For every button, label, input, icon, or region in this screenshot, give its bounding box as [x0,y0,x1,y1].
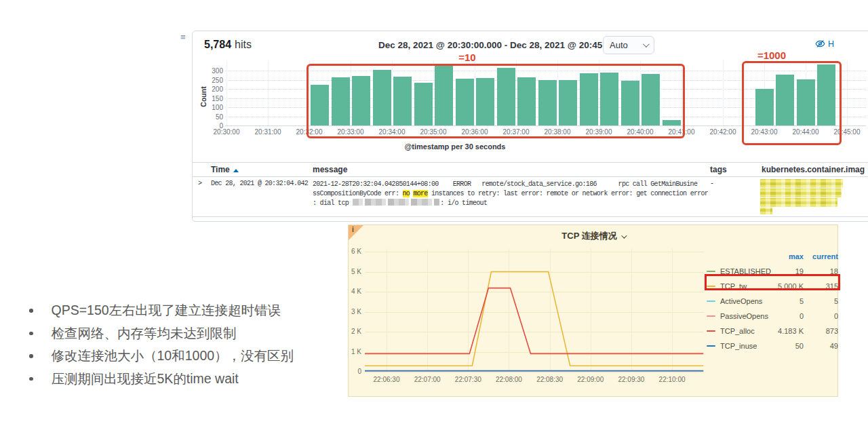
legend-header-current: current [812,252,838,260]
column-header-time[interactable]: Time [211,165,239,174]
row-tags-cell: - [710,180,713,187]
hide-chart-label: H [828,39,834,49]
interval-select[interactable]: Auto [603,36,654,54]
y-tick-label: 6 K [347,248,361,255]
hits-unit: hits [235,39,252,50]
legend-series-color-icon [707,315,715,317]
annotation-label: =10 [443,52,491,63]
annotation-box [742,61,841,145]
table-header-border [193,176,868,177]
row-time-cell: Dec 28, 2021 @ 20:32:04.042 [211,180,308,187]
row-message-cell: 2021-12-28T20:32:04.042850144+08:00 ERRO… [313,180,719,208]
legend-row-ActiveOpens: ActiveOpens55 [707,294,840,309]
legend-header-max: max [789,252,804,260]
y-tick-label: 150 [196,95,223,102]
legend-row-TCP_inuse: TCP_inuse5049 [707,339,840,354]
x-tick-label: 22:10:00 [652,376,692,383]
legend-series-current: 5 [834,297,838,305]
line-series-canvas [365,249,704,372]
bullet-text: QPS=150左右出现了建立连接超时错误 [52,301,281,320]
x-tick-label: 20:31:00 [248,128,288,136]
x-tick-label: 22:08:00 [488,376,529,383]
legend-series-color-icon [707,271,715,272]
gridline [268,60,269,125]
grafana-tcp-panel: i TCP 连接情况 01 K2 K3 K4 K5 K6 K22:06:3022… [348,225,838,397]
table-top-border [193,162,868,163]
list-item: 检查网络、内存等均未达到限制 [20,322,294,345]
y-tick-label: 50 [196,113,223,121]
legend-series-current: 49 [830,342,838,350]
x-tick-label: 22:06:30 [366,376,407,383]
search-highlight: no [403,190,410,197]
slide-canvas: ≡ 5,784hits Dec 28, 2021 @ 20:30:00.000 … [0,0,868,426]
chart-legend: maxcurrentESTABLISHED1918TCP_tw5.000 K31… [707,250,840,354]
y-tick-label: 1 K [347,348,361,355]
series-line-TCP_tw [365,272,703,366]
redacted-image-name-block [760,179,843,188]
bullet-icon [29,309,33,313]
legend-series-name[interactable]: TCP_inuse [720,342,757,350]
drag-handle-icon[interactable]: ≡ [180,33,186,41]
table-row-border [193,216,868,217]
column-header-tags[interactable]: tags [710,165,727,174]
legend-series-max: 5 [800,297,804,305]
sort-ascending-icon [233,169,239,172]
column-header-kubernetes-container-image[interactable]: kubernetes.container.imag [762,165,868,174]
bullet-text: 压测期间出现接近5K的time wait [52,370,239,388]
list-item: 修改连接池大小（10和1000），没有区别 [20,345,294,368]
redacted-image-name-block [760,198,837,207]
y-tick-label: 200 [196,85,223,93]
chevron-down-icon [643,41,650,47]
redacted-image-name-block [760,189,842,197]
panel-info-corner[interactable] [349,225,363,240]
gridline [226,60,227,125]
legend-series-max: 50 [795,342,804,350]
bullet-text: 检查网络、内存等均未达到限制 [52,324,237,343]
gridline [723,60,724,125]
hits-count: 5,784hits [204,39,252,51]
interval-value: Auto [610,40,628,50]
legend-header-row: maxcurrent [707,250,840,265]
kibana-discover-panel: 5,784hits Dec 28, 2021 @ 20:30:00.000 - … [192,31,868,222]
legend-series-current: 0 [834,312,838,320]
histogram-x-axis-title: @timestamp per 30 seconds [387,142,523,151]
legend-series-color-icon [707,301,715,302]
x-tick-label: 20:42:00 [703,128,743,136]
y-tick-label: 2 K [347,328,361,335]
tcp-tw-highlight-box [705,274,840,290]
redacted-ip-address [353,199,439,206]
legend-series-current: 873 [826,327,838,335]
panel-title[interactable]: TCP 连接情况 [481,230,705,242]
chevron-down-icon [621,233,627,238]
eye-slash-icon [815,39,825,49]
legend-row-TCP_alloc: TCP_alloc4.183 K873 [707,324,840,339]
y-tick-label: 5 K [347,268,361,275]
bullet-icon [29,377,33,381]
y-tick-label: 250 [196,77,223,84]
y-tick-label: 3 K [347,308,361,315]
legend-series-color-icon [707,330,715,332]
x-tick-label: 22:07:00 [407,376,448,383]
hide-chart-button[interactable]: H [815,39,834,49]
gridline [847,60,848,125]
legend-series-max: 4.183 K [778,327,804,335]
legend-series-name[interactable]: TCP_alloc [720,327,755,335]
y-tick-label: 100 [196,104,223,111]
hits-value: 5,784 [204,39,231,50]
search-highlight: more [413,190,427,197]
info-icon: i [352,226,354,233]
y-tick-label: 300 [196,67,223,75]
legend-series-color-icon [707,345,715,347]
bullet-icon [29,332,33,336]
legend-series-name[interactable]: ActiveOpens [720,297,762,305]
legend-series-name[interactable]: PassiveOpens [720,312,768,320]
expand-row-icon[interactable]: > [198,180,201,187]
legend-row-PassiveOpens: PassiveOpens00 [707,309,840,324]
time-range-label: Dec 28, 2021 @ 20:30:00.000 - Dec 28, 20… [370,40,642,50]
series-line-TCP_alloc [365,288,703,354]
y-tick-label: 4 K [347,288,361,295]
list-item: 压测期间出现接近5K的time wait [20,368,294,391]
list-item: QPS=150左右出现了建立连接超时错误 [20,299,294,322]
bullet-text: 修改连接池大小（10和1000），没有区别 [52,347,294,365]
column-header-message[interactable]: message [313,165,347,174]
